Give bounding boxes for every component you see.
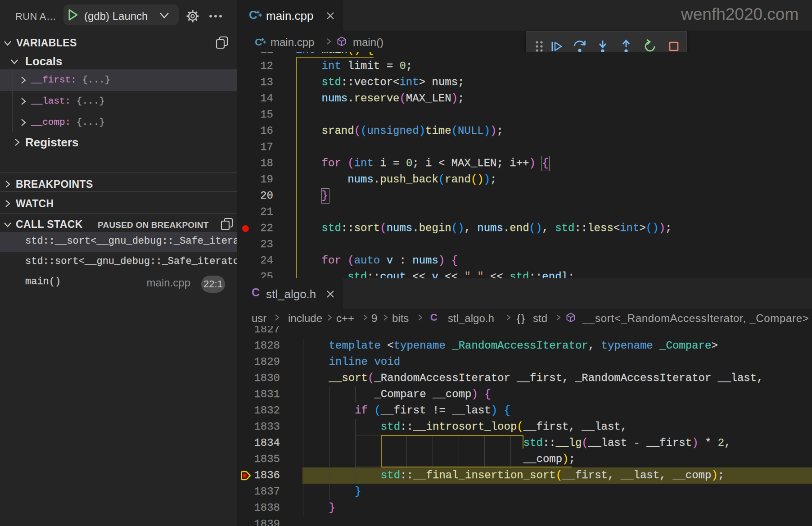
svg-text:C: C xyxy=(430,312,438,323)
svg-text:C: C xyxy=(255,37,262,48)
svg-text:C: C xyxy=(249,9,257,22)
svg-text:C: C xyxy=(252,287,260,299)
